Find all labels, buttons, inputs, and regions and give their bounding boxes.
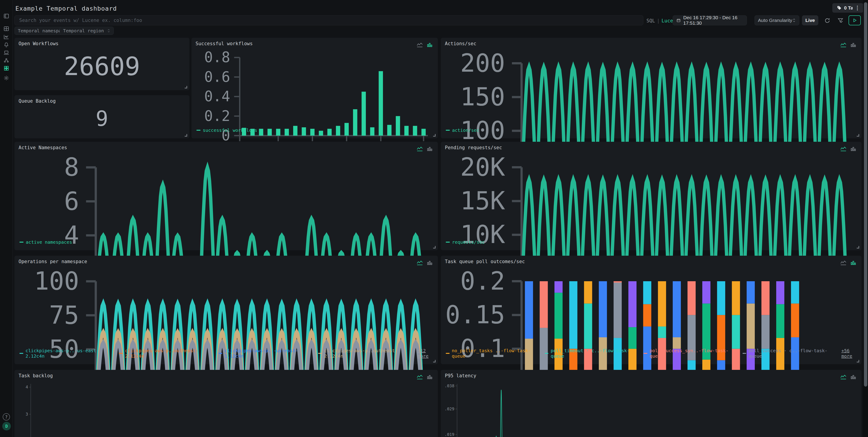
refresh-icon[interactable] <box>823 16 832 25</box>
console-icon[interactable] <box>3 50 9 56</box>
bar-chart-icon[interactable] <box>850 42 857 48</box>
queue-backlog-value: 9 <box>14 107 189 131</box>
kebab-menu-button[interactable]: ⋮ <box>852 3 862 13</box>
panel-pending-requests: Pending requests/sec 05K10K15K20KDec 16 … <box>441 142 862 250</box>
date-range-picker[interactable]: Dec 16 17:29:30 - Dec 16 17:51:30 <box>673 15 747 25</box>
resize-handle[interactable] <box>857 360 859 363</box>
granularity-select[interactable]: Auto Granularity <box>754 15 799 25</box>
svg-text:0.038: 0.038 <box>444 383 454 388</box>
alerts-bell-icon[interactable] <box>3 42 9 48</box>
play-icon <box>852 18 857 23</box>
filter-temporal-region[interactable]: Temporal region <box>60 27 114 35</box>
svg-text:8: 8 <box>64 154 79 182</box>
granularity-label: Auto Granularity <box>758 18 792 23</box>
svg-text:75: 75 <box>49 301 79 330</box>
line-chart-icon[interactable] <box>840 260 846 266</box>
svg-text:3: 3 <box>26 412 28 416</box>
avatar[interactable]: D <box>2 422 11 431</box>
chart-legend: clickpipes-aws-p..-us-east-2.12c4nclickp… <box>20 348 438 359</box>
legend-more-link[interactable]: +12 more <box>418 348 438 359</box>
scrollbar[interactable] <box>863 0 868 437</box>
resize-handle[interactable] <box>857 246 859 248</box>
legend-item[interactable]: active namespaces <box>20 240 72 245</box>
run-query-button[interactable] <box>848 15 861 25</box>
mode-divider: | <box>655 18 662 24</box>
panel-queue-backlog: Queue Backlog 9 <box>14 95 189 138</box>
bar-chart-icon[interactable] <box>427 260 433 266</box>
legend-item[interactable]: action/sec <box>446 127 479 133</box>
resize-handle[interactable] <box>433 360 436 363</box>
dashboards-icon[interactable] <box>3 65 9 71</box>
metrics-icon[interactable] <box>3 34 9 40</box>
svg-text:0.8: 0.8 <box>204 50 230 66</box>
panel-title: Task queue poll outcomes/sec <box>445 259 525 264</box>
panel-successful-workflows: Successful workflows 00.20.40.60.8Dec 16… <box>191 38 438 138</box>
line-chart-icon[interactable] <box>416 374 423 380</box>
legend-item[interactable]: poll_timeout · c..-flow-task-queue <box>545 348 636 359</box>
resize-handle[interactable] <box>185 134 187 136</box>
line-chart-icon[interactable] <box>416 260 423 266</box>
resize-handle[interactable] <box>433 246 436 248</box>
svg-text:20K: 20K <box>460 154 505 182</box>
help-button[interactable]: ? <box>3 413 10 420</box>
live-button[interactable]: Live <box>802 15 818 25</box>
svg-text:4: 4 <box>64 220 79 250</box>
clear-filters-icon[interactable] <box>836 16 845 25</box>
chart-legend: requests/sec <box>446 240 485 245</box>
bar-chart-icon[interactable] <box>427 42 433 48</box>
bar-chart-icon[interactable] <box>850 146 857 152</box>
chevron-updown-icon <box>107 29 110 33</box>
mode-sql[interactable]: SQL <box>647 18 655 24</box>
page-title: Example Temporal dashboard <box>16 5 117 12</box>
legend-item[interactable]: poll_success · c..-flow-task-queue <box>743 348 834 359</box>
line-chart-icon[interactable] <box>416 146 423 152</box>
legend-item[interactable]: clickpipes-aws-p..outheast-2.12c4n <box>119 348 211 359</box>
task-backlog-chart[interactable]: 234 <box>18 382 86 437</box>
svg-text:0.4: 0.4 <box>204 88 230 105</box>
date-range-label: Dec 16 17:29:30 - Dec 16 17:51:30 <box>683 15 743 26</box>
svg-text:6: 6 <box>64 187 79 216</box>
chart-legend: no_poller_tasks ..-flow-task-queuepoll_t… <box>446 348 862 359</box>
panel-active-namespaces: Active Namespaces 02468Dec 16 5:29:30 PM… <box>14 142 438 250</box>
legend-item[interactable]: clickpipes-aws-p..outheast-2.12c4n <box>318 348 410 359</box>
panel-task-queue-poll-outcomes: Task queue poll outcomes/sec 00.050.10.1… <box>441 256 862 364</box>
settings-gear-icon[interactable] <box>3 75 9 81</box>
resize-handle[interactable] <box>857 134 859 136</box>
legend-item[interactable]: successful workflows <box>196 127 257 133</box>
legend-more-link[interactable]: +56 more <box>841 348 862 359</box>
svg-text:150: 150 <box>460 82 505 111</box>
topology-icon[interactable] <box>3 57 9 63</box>
line-chart-icon[interactable] <box>416 42 423 48</box>
panel-task-backlog: Task backlog 234 <box>14 370 438 437</box>
search-input[interactable] <box>14 15 643 25</box>
open-workflows-value: 26609 <box>14 52 189 81</box>
p95-latency-chart[interactable]: 0.0190.0290.038 <box>444 382 512 437</box>
legend-item[interactable]: requests/sec <box>446 240 485 245</box>
tables-icon[interactable] <box>3 26 9 32</box>
sidebar: ? D <box>0 0 13 437</box>
panel-title: P95 latency <box>445 373 476 378</box>
calendar-icon <box>677 18 681 23</box>
panel-title: Queue Backlog <box>19 98 56 104</box>
panel-p95-latency: P95 latency 0.0190.0290.038 <box>441 370 862 437</box>
scrollbar-thumb[interactable] <box>864 2 867 386</box>
legend-item[interactable]: clickpipes-aws-p..-us-east-1.12c4n <box>219 348 310 359</box>
bar-chart-icon[interactable] <box>427 146 433 152</box>
resize-handle[interactable] <box>433 134 436 136</box>
bar-chart-icon[interactable] <box>850 260 857 266</box>
legend-item[interactable]: no_poller_tasks ..-flow-task-queue <box>446 348 537 359</box>
panel-title: Pending requests/sec <box>445 145 502 150</box>
tag-icon <box>837 5 842 10</box>
line-chart-icon[interactable] <box>840 42 846 48</box>
svg-text:0.6: 0.6 <box>204 68 230 85</box>
svg-text:4: 4 <box>26 384 28 389</box>
line-chart-icon[interactable] <box>840 374 846 380</box>
collapse-sidebar-icon[interactable] <box>3 13 9 19</box>
bar-chart-icon[interactable] <box>427 374 433 380</box>
legend-item[interactable]: clickpipes-aws-p..-us-east-2.12c4n <box>20 348 111 359</box>
resize-handle[interactable] <box>185 86 187 88</box>
line-chart-icon[interactable] <box>840 146 846 152</box>
legend-item[interactable]: poll_success_syn..-flow-task-queue <box>644 348 735 359</box>
bar-chart-icon[interactable] <box>850 374 857 380</box>
panel-operations-per-namespace: Operations per namespace 0255075100Dec 1… <box>14 256 438 364</box>
